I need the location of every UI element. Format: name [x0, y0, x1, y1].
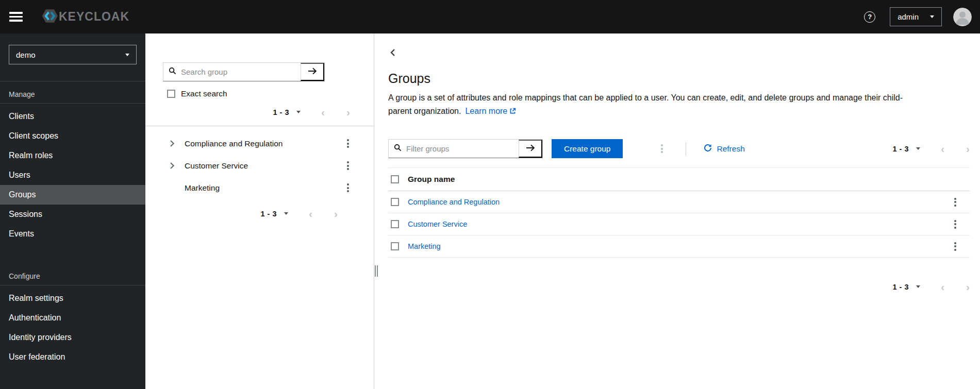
group-search-submit-button[interactable] — [301, 63, 324, 81]
tree-item-customer-service: Customer Service — [145, 155, 374, 177]
group-link[interactable]: Compliance and Regulation — [408, 198, 500, 206]
tree-pagination-top: 1 - 3 ‹ › — [145, 107, 374, 117]
pagination-range-toggle[interactable]: 1 - 3 — [892, 145, 920, 153]
column-header-group-name: Group name — [408, 175, 455, 184]
group-tree-list: Compliance and Regulation Customer Servi… — [145, 126, 374, 199]
filter-groups-input[interactable] — [406, 144, 513, 153]
caret-down-icon — [916, 285, 920, 288]
row-kebab-menu-icon[interactable] — [953, 197, 957, 208]
pagination-prev-icon[interactable]: ‹ — [321, 107, 325, 117]
tree-item-label[interactable]: Marketing — [185, 183, 346, 193]
pagination-prev-icon[interactable]: ‹ — [941, 143, 944, 154]
realm-selector[interactable]: demo — [9, 45, 137, 64]
table-row: Compliance and Regulation — [388, 191, 970, 213]
sidebar-item-identity-providers[interactable]: Identity providers — [0, 328, 145, 347]
nav-toggle-hamburger-icon[interactable] — [9, 12, 23, 22]
row-kebab-menu-icon[interactable] — [953, 241, 957, 252]
splitter-drag-handle-icon[interactable] — [375, 265, 378, 277]
pagination-next-icon[interactable]: › — [346, 107, 350, 117]
refresh-label: Refresh — [717, 144, 744, 154]
caret-down-icon — [125, 54, 129, 56]
group-tree-panel: Exact search 1 - 3 ‹ › Compliance and Re… — [145, 33, 374, 389]
groups-table: Group name Compliance and Regulation Cus… — [388, 167, 970, 258]
nav-section-configure: Configure — [0, 263, 145, 285]
caret-down-icon — [930, 15, 934, 18]
pagination-prev-icon[interactable]: ‹ — [941, 281, 944, 292]
group-link[interactable]: Customer Service — [408, 220, 467, 228]
sidebar-item-users[interactable]: Users — [0, 165, 145, 185]
kebab-menu-icon[interactable] — [346, 160, 350, 171]
arrow-right-icon — [308, 67, 317, 76]
sidebar-item-user-federation[interactable]: User federation — [0, 347, 145, 367]
user-menu-dropdown[interactable]: admin — [890, 7, 942, 26]
topbar: KEYCLOAK ? admin — [0, 0, 980, 33]
expand-chevron-right-icon[interactable] — [170, 140, 179, 147]
pagination-range-toggle[interactable]: 1 - 3 — [273, 108, 301, 116]
sidebar-item-sessions[interactable]: Sessions — [0, 205, 145, 224]
help-icon[interactable]: ? — [864, 11, 875, 23]
exact-search-checkbox[interactable] — [167, 90, 175, 98]
pagination-next-icon[interactable]: › — [966, 143, 970, 154]
create-group-button[interactable]: Create group — [552, 139, 623, 158]
tree-item-compliance-and-regulation: Compliance and Regulation — [145, 132, 374, 155]
pagination-prev-icon[interactable]: ‹ — [309, 208, 312, 219]
pagination-range-toggle[interactable]: 1 - 3 — [260, 210, 288, 218]
pagination-next-icon[interactable]: › — [966, 281, 970, 292]
tree-item-label[interactable]: Compliance and Regulation — [185, 139, 346, 148]
row-checkbox[interactable] — [391, 220, 399, 228]
table-row: Customer Service — [388, 213, 970, 235]
refresh-button[interactable]: Refresh — [704, 144, 744, 154]
filter-groups-submit-button[interactable] — [519, 140, 542, 158]
select-all-checkbox[interactable] — [391, 175, 399, 183]
table-row: Marketing — [388, 235, 970, 258]
collapse-panel-chevron-left-icon[interactable] — [388, 48, 397, 59]
caret-down-icon — [916, 147, 920, 150]
panel-resize-splitter[interactable] — [374, 33, 378, 389]
tree-item-label[interactable]: Customer Service — [185, 161, 346, 171]
kebab-menu-icon[interactable] — [346, 138, 350, 149]
avatar[interactable] — [953, 8, 972, 26]
sidebar-item-events[interactable]: Events — [0, 224, 145, 244]
learn-more-link[interactable]: Learn more — [465, 107, 516, 115]
caret-down-icon — [284, 212, 288, 215]
groups-toolbar: Create group Refresh 1 - 3 ‹ › — [388, 139, 970, 158]
page-description: A group is a set of attributes and role … — [388, 91, 924, 117]
pagination-range-toggle[interactable]: 1 - 3 — [892, 283, 920, 291]
toolbar-pagination: 1 - 3 ‹ › — [892, 143, 970, 154]
refresh-icon — [704, 144, 712, 154]
sidebar-item-groups[interactable]: Groups — [0, 185, 145, 205]
page-title: Groups — [388, 71, 970, 86]
groups-main-panel: Groups A group is a set of attributes an… — [378, 33, 980, 389]
toolbar-kebab-menu-icon[interactable] — [660, 143, 664, 154]
sidebar-item-realm-roles[interactable]: Realm roles — [0, 146, 145, 165]
search-icon — [394, 144, 402, 154]
row-checkbox[interactable] — [391, 198, 399, 206]
expand-chevron-right-icon[interactable] — [170, 162, 179, 169]
exact-search-label: Exact search — [181, 89, 227, 98]
divider — [686, 142, 686, 156]
filter-groups-control — [388, 139, 543, 158]
keycloak-logo: KEYCLOAK — [37, 7, 129, 27]
row-checkbox[interactable] — [391, 242, 399, 250]
sidebar-item-clients[interactable]: Clients — [0, 107, 145, 126]
group-link[interactable]: Marketing — [408, 242, 441, 250]
group-search-input[interactable] — [181, 67, 295, 76]
user-menu-label: admin — [898, 12, 919, 21]
nav-section-manage: Manage — [0, 81, 145, 103]
tree-pagination-bottom: 1 - 3 ‹ › — [145, 208, 374, 219]
keycloak-hexagon-icon — [37, 7, 58, 27]
caret-down-icon — [296, 111, 301, 113]
brand-text: KEYCLOAK — [59, 10, 129, 24]
table-header-row: Group name — [388, 168, 970, 191]
realm-selector-value: demo — [16, 50, 36, 59]
kebab-menu-icon[interactable] — [346, 182, 350, 193]
group-search-control — [163, 62, 325, 81]
external-link-icon — [509, 108, 516, 114]
row-kebab-menu-icon[interactable] — [953, 219, 957, 230]
search-icon — [169, 67, 176, 77]
sidebar-item-authentication[interactable]: Authentication — [0, 308, 145, 328]
table-pagination-bottom: 1 - 3 ‹ › — [388, 281, 970, 292]
sidebar-item-realm-settings[interactable]: Realm settings — [0, 289, 145, 308]
sidebar-item-client-scopes[interactable]: Client scopes — [0, 126, 145, 146]
pagination-next-icon[interactable]: › — [334, 208, 338, 219]
